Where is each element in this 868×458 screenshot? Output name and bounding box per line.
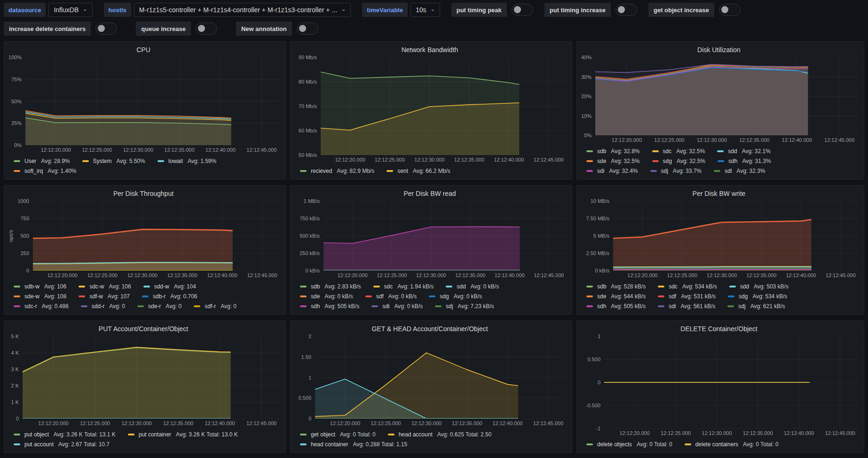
legend-item-sdh[interactable]: sdhAvg: 31.3% — [718, 158, 771, 164]
legend-item-delete-containers[interactable]: delete containersAvg: 0 Total: 0 — [685, 441, 779, 448]
legend-item-sde[interactable]: sdeAvg: 544 kB/s — [586, 293, 646, 300]
chart-plot[interactable] — [315, 336, 566, 419]
legend-item-sdc[interactable]: sdcAvg: 1.94 kB/s — [373, 283, 434, 290]
chart-plot[interactable] — [595, 57, 858, 135]
legend-item-sdb-w[interactable]: sdb-wAvg: 106 — [14, 283, 66, 290]
legend-item-sdc[interactable]: sdcAvg: 534 kB/s — [658, 283, 717, 290]
chevron-down-icon: ⌄ — [431, 7, 435, 12]
legend-item-sdh[interactable]: sdhAvg: 505 kB/s — [300, 303, 359, 310]
chart-plot[interactable] — [324, 201, 566, 271]
x-tick-label: 12:12:40.000 — [205, 420, 235, 426]
legend-item-sdf-w[interactable]: sdf-wAvg: 107 — [79, 293, 130, 300]
legend-item-sdd[interactable]: sddAvg: 32.1% — [717, 148, 771, 155]
x-tick-label: 12:12:40.000 — [205, 147, 236, 153]
toggle-get-object-increase[interactable] — [719, 4, 741, 16]
legend-item-user[interactable]: UserAvg: 28.9% — [14, 158, 70, 164]
legend-item-put-account[interactable]: put accountAvg: 2.67 Total: 10.7 — [14, 441, 110, 448]
y-tick-label: 0 — [16, 416, 19, 421]
panel-title[interactable]: CPU — [7, 42, 280, 57]
legend-item-iowait[interactable]: IowaitAvg: 1.59% — [158, 158, 217, 164]
toggle-queue-increase[interactable] — [196, 23, 217, 35]
toggle-put-timing-peak[interactable] — [512, 4, 533, 16]
legend: recievedAvg: 82.9 Mb/ssentAvg: 66.2 Mb/s — [293, 164, 566, 176]
panel-title[interactable]: Per Disk Throughput — [7, 186, 280, 201]
legend-swatch — [586, 160, 593, 162]
legend-item-sde[interactable]: sdeAvg: 32.5% — [586, 158, 640, 164]
panel-title[interactable]: Per Disk BW write — [580, 186, 858, 201]
legend-series-value: Avg: 0 kB/s — [388, 293, 417, 300]
legend-item-sdf[interactable]: sdfAvg: 0 kB/s — [365, 293, 417, 300]
legend-item-sdg[interactable]: sdgAvg: 0 kB/s — [429, 293, 482, 300]
legend-series-name: sdg — [663, 158, 672, 164]
legend-swatch — [435, 305, 442, 307]
panel-title[interactable]: GET & HEAD Account/Container/Object — [293, 321, 566, 336]
legend-swatch — [388, 434, 395, 435]
legend-item-sdg[interactable]: sdgAvg: 32.5% — [652, 158, 706, 164]
chart-plot[interactable] — [33, 201, 280, 271]
legend-item-sde-r[interactable]: sde-rAvg: 0 — [137, 303, 181, 310]
chart-plot[interactable] — [23, 336, 280, 419]
x-tick-label: 12:12:45.000 — [534, 272, 564, 278]
legend-item-sdj[interactable]: sdjAvg: 621 kB/s — [727, 303, 785, 310]
legend-series-value: Avg: 3.26 K Total: 13.0 K — [176, 431, 238, 438]
toggle-new-annotation[interactable] — [297, 23, 318, 35]
variable-value-datasource[interactable]: InfluxDB⌄ — [48, 3, 92, 17]
chart-plot[interactable] — [321, 57, 566, 155]
legend-item-put-container[interactable]: put containerAvg: 3.26 K Total: 13.0 K — [128, 431, 238, 438]
legend-item-sdl[interactable]: sdlAvg: 32.3% — [714, 168, 765, 174]
legend-item-sdd[interactable]: sddAvg: 0 kB/s — [446, 283, 499, 290]
legend-item-sdb-r[interactable]: sdb-rAvg: 0.706 — [142, 293, 197, 300]
legend-swatch — [729, 286, 736, 287]
switch-label-increase-delete-containers: increase delete containers — [4, 22, 91, 36]
legend-item-sdd-w[interactable]: sdd-wAvg: 104 — [143, 283, 196, 290]
legend-item-sde[interactable]: sdeAvg: 0 kB/s — [300, 293, 353, 300]
toggle-increase-delete-containers[interactable] — [95, 23, 117, 35]
legend-item-sdc-r[interactable]: sdc-rAvg: 0.486 — [14, 303, 69, 310]
toggle-put-timing-increase[interactable] — [615, 4, 637, 16]
legend-item-sdj[interactable]: sdjAvg: 7.23 kB/s — [435, 303, 494, 310]
panel-title[interactable]: DELETE Container/Object — [580, 321, 858, 336]
legend-item-sdc[interactable]: sdcAvg: 32.5% — [652, 148, 705, 155]
legend-series-value: Avg: 621 kB/s — [750, 303, 785, 310]
legend-item-sdg[interactable]: sdgAvg: 534 kB/s — [728, 293, 787, 300]
chart-plot[interactable] — [613, 201, 858, 271]
legend-item-sent[interactable]: sentAvg: 66.2 Mb/s — [387, 168, 450, 174]
panel-title[interactable]: PUT Account/Container/Object — [7, 321, 280, 336]
legend-series-name: sdf — [669, 293, 676, 300]
legend-item-delete-objects[interactable]: delete objectsAvg: 0 Total: 0 — [586, 441, 672, 448]
legend-item-put-object[interactable]: put objectAvg: 3.26 K Total: 13.1 K — [14, 431, 116, 438]
legend-item-sdi[interactable]: sdiAvg: 0 kB/s — [371, 303, 423, 310]
variable-value-timevariable[interactable]: 10s⌄ — [410, 3, 440, 17]
legend: sdbAvg: 2.83 kB/ssdcAvg: 1.94 kB/ssddAvg… — [293, 280, 566, 311]
legend-series-value: Avg: 2.83 kB/s — [324, 283, 361, 290]
panel-title[interactable]: Network Bandwidth — [293, 42, 566, 57]
legend-item-system[interactable]: SystemAvg: 5.50% — [82, 158, 145, 164]
legend-item-sdb[interactable]: sdbAvg: 32.8% — [586, 148, 640, 155]
legend-item-sdi[interactable]: sdiAvg: 32.4% — [586, 168, 638, 174]
legend-item-sdi[interactable]: sdiAvg: 561 kB/s — [658, 303, 715, 310]
legend-item-head-account[interactable]: head accountAvg: 0.625 Total: 2.50 — [388, 431, 492, 438]
legend-item-recieved[interactable]: recievedAvg: 82.9 Mb/s — [300, 168, 374, 174]
legend-item-sdb[interactable]: sdbAvg: 2.83 kB/s — [300, 283, 361, 290]
chart-plot[interactable] — [604, 336, 858, 428]
variable-value-hostls[interactable]: M-r1z1s5-controller + M-r1z1s4-controlle… — [134, 3, 351, 17]
legend-item-soft-irq[interactable]: soft_irqAvg: 1.40% — [14, 168, 77, 174]
panel-title[interactable]: Disk Utilization — [580, 42, 858, 57]
y-tick-label: 100% — [8, 54, 22, 60]
legend-item-sdj[interactable]: sdjAvg: 33.7% — [650, 168, 702, 174]
legend-item-head-container[interactable]: head containerAvg: 0.288 Total: 1.15 — [300, 441, 407, 448]
switch-increase-delete-containers: increase delete containers — [4, 22, 117, 36]
legend-item-sdh[interactable]: sdhAvg: 505 kB/s — [586, 303, 646, 310]
legend-item-sdd[interactable]: sddAvg: 503 kB/s — [729, 283, 789, 290]
panel-title[interactable]: Per Disk BW read — [293, 186, 566, 201]
legend-row: sdb-wAvg: 106sdc-wAvg: 106sdd-wAvg: 104 — [14, 281, 280, 291]
chart-plot[interactable] — [25, 57, 280, 145]
legend-item-sdb[interactable]: sdbAvg: 528 kB/s — [586, 283, 646, 290]
legend-item-sdc-w[interactable]: sdc-wAvg: 106 — [79, 283, 131, 290]
legend-item-sde-w[interactable]: sde-wAvg: 108 — [14, 293, 66, 300]
legend-item-get-object[interactable]: get objectAvg: 0 Total: 0 — [300, 431, 376, 438]
legend-item-sdd-r[interactable]: sdd-rAvg: 0 — [81, 303, 125, 310]
legend-item-sdf-r[interactable]: sdf-rAvg: 0 — [194, 303, 237, 310]
legend-item-sdf[interactable]: sdfAvg: 531 kB/s — [658, 293, 716, 300]
x-tick-label: 12:12:25.000 — [375, 157, 405, 163]
